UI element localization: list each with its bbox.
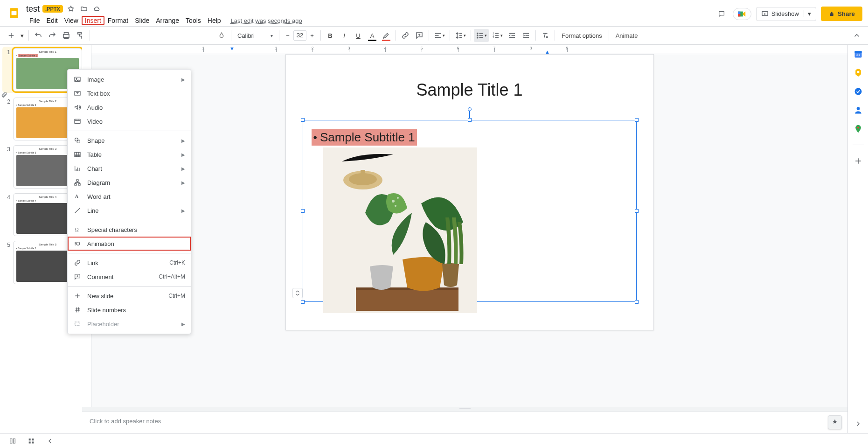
clear-formatting-button[interactable] — [539, 29, 552, 42]
move-folder-icon[interactable] — [79, 4, 89, 14]
fit-text-icon[interactable] — [292, 288, 303, 298]
grid-view-icon[interactable] — [26, 436, 36, 446]
meet-icon[interactable] — [733, 8, 751, 20]
filmstrip-view-icon[interactable] — [7, 436, 18, 446]
line-spacing-button[interactable]: ▾ — [453, 29, 468, 42]
svg-rect-28 — [356, 287, 458, 311]
font-select[interactable]: Calibri ▾ — [234, 31, 276, 41]
cloud-status-icon[interactable] — [92, 4, 102, 14]
increase-font-button[interactable]: + — [306, 30, 318, 41]
decrease-font-button[interactable]: − — [282, 30, 293, 41]
submenu-arrow-icon: ▶ — [181, 152, 185, 157]
speaker-notes[interactable]: Click to add speaker notes — [82, 412, 847, 433]
insert-menu-audio[interactable]: Audio — [68, 100, 191, 114]
insert-menu-word-art[interactable]: AWord art — [68, 189, 191, 203]
doc-name[interactable]: test — [26, 4, 40, 14]
new-slide-dropdown-icon[interactable]: ▾ — [19, 29, 26, 42]
slideshow-dropdown-icon[interactable]: ▾ — [804, 10, 811, 17]
insert-menu-line[interactable]: Line▶ — [68, 203, 191, 217]
svg-point-38 — [856, 107, 860, 110]
insert-menu-animation[interactable]: Animation — [68, 237, 191, 251]
thumb-number: 5 — [4, 241, 10, 284]
svg-point-11 — [76, 78, 77, 79]
insert-menu-special-characters[interactable]: ΩSpecial characters — [68, 223, 191, 237]
redo-button[interactable] — [46, 29, 59, 42]
bulleted-list-button[interactable]: ▾ — [474, 29, 489, 42]
wordart-icon: A — [73, 193, 82, 200]
insert-menu-link[interactable]: LinkCtrl+K — [68, 256, 191, 270]
highlight-color-button[interactable] — [380, 29, 393, 42]
insert-menu-image[interactable]: Image▶ — [68, 72, 191, 86]
svg-rect-18 — [75, 184, 76, 185]
comment-history-icon[interactable] — [715, 7, 728, 21]
maps-icon[interactable] — [854, 124, 863, 133]
paint-format-button[interactable] — [74, 29, 87, 42]
new-slide-button[interactable] — [5, 29, 18, 42]
thumb-number: 3 — [4, 145, 10, 189]
slide-title[interactable]: Sample Title 1 — [286, 80, 653, 100]
slide-canvas[interactable]: Sample Title 1 •Sample Subtitle 1 — [91, 54, 847, 407]
menu-item-view[interactable]: View — [61, 16, 82, 25]
print-button[interactable] — [60, 29, 73, 42]
underline-button[interactable]: U — [352, 29, 365, 42]
text-color-button[interactable]: A — [366, 29, 379, 42]
menu-item-insert[interactable]: Insert — [82, 16, 104, 25]
insert-menu-slide-numbers[interactable]: Slide numbers — [68, 303, 191, 317]
menu-item-format[interactable]: Format — [104, 16, 132, 25]
star-icon[interactable] — [66, 4, 76, 14]
attachment-icon — [1, 91, 7, 99]
share-button[interactable]: Share — [821, 7, 862, 21]
insert-comment-button[interactable] — [413, 29, 426, 42]
keep-icon[interactable] — [854, 68, 863, 77]
image-icon — [73, 76, 82, 83]
increase-indent-button[interactable] — [520, 29, 533, 42]
menu-item-help[interactable]: Help — [204, 16, 224, 25]
insert-menu-text-box[interactable]: Text box — [68, 86, 191, 100]
insert-menu-table[interactable]: Table▶ — [68, 147, 191, 161]
format-options-button[interactable]: Format options — [558, 29, 606, 42]
hide-side-panel-icon[interactable] — [854, 419, 863, 428]
notes-resize-handle[interactable] — [82, 407, 847, 412]
undo-button[interactable] — [32, 29, 45, 42]
calendar-icon[interactable]: 31 — [854, 49, 863, 59]
decrease-indent-button[interactable] — [506, 29, 519, 42]
insert-menu-diagram[interactable]: Diagram▶ — [68, 175, 191, 189]
canvas-wrap: 1123456789▼▲ Sample Title 1 •Sample Subt… — [82, 45, 847, 433]
menu-item-arrange[interactable]: Arrange — [153, 16, 182, 25]
insert-menu-comment[interactable]: CommentCtrl+Alt+M — [68, 270, 191, 284]
collapse-toolbar-icon[interactable] — [850, 29, 863, 42]
font-size-value[interactable]: 32 — [293, 30, 306, 41]
italic-button[interactable]: I — [338, 29, 351, 42]
add-addon-icon[interactable] — [854, 156, 863, 166]
slides-logo-icon[interactable] — [6, 5, 22, 21]
slide-subtitle-row[interactable]: •Sample Subtitle 1 — [312, 129, 417, 146]
animate-button[interactable]: Animate — [612, 29, 642, 42]
slide-subtitle: Sample Subtitle 1 — [320, 130, 415, 144]
explore-button[interactable] — [828, 415, 842, 429]
insert-menu-placeholder: Placeholder▶ — [68, 317, 191, 331]
menu-item-file[interactable]: File — [26, 16, 43, 25]
svg-text:Ω: Ω — [75, 227, 79, 232]
slide[interactable]: Sample Title 1 •Sample Subtitle 1 — [285, 54, 654, 330]
bold-button[interactable]: B — [324, 29, 337, 42]
menu-item-edit[interactable]: Edit — [43, 16, 61, 25]
hash-icon — [73, 306, 82, 314]
insert-link-button[interactable] — [399, 29, 412, 42]
fill-color-button[interactable] — [215, 29, 228, 42]
numbered-list-button[interactable]: 123▾ — [490, 29, 505, 42]
insert-menu-video[interactable]: Video — [68, 114, 191, 128]
collapse-filmstrip-icon[interactable] — [45, 436, 55, 446]
last-edit-link[interactable]: Last edit was seconds ago — [231, 17, 302, 24]
menu-item-slide[interactable]: Slide — [132, 16, 153, 25]
insert-menu-shape[interactable]: Shape▶ — [68, 133, 191, 147]
contacts-icon[interactable] — [854, 105, 863, 115]
align-button[interactable]: ▾ — [432, 29, 447, 42]
slideshow-button[interactable]: Slideshow ▾ — [756, 7, 816, 21]
svg-rect-42 — [29, 438, 31, 440]
insert-menu-chart[interactable]: Chart▶ — [68, 161, 191, 175]
slide-image[interactable] — [323, 147, 477, 313]
svg-rect-29 — [356, 287, 458, 290]
insert-menu-new-slide[interactable]: New slideCtrl+M — [68, 289, 191, 303]
menu-item-tools[interactable]: Tools — [182, 16, 204, 25]
tasks-icon[interactable] — [854, 87, 863, 96]
